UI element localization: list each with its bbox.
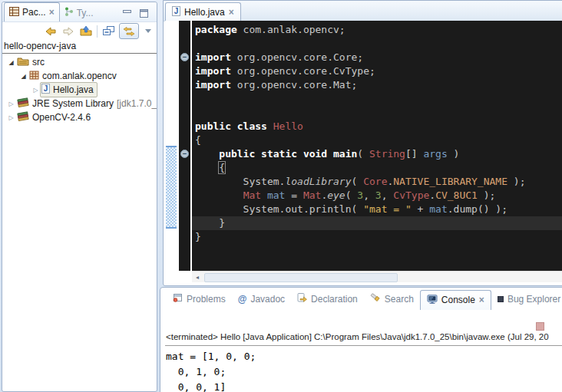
scroll-left-arrow-icon[interactable]	[192, 272, 203, 282]
code-line-14: System.out.println( "mat = " + mat.dump(…	[195, 203, 562, 216]
collapse-all-button[interactable]	[101, 25, 115, 38]
console-line: 0, 0, 1]	[166, 380, 256, 392]
tree-item-body[interactable]: JRE System Library [jdk1.7.0_25]	[15, 96, 157, 111]
tab-label: Console	[441, 295, 475, 305]
console-view-panel: ProblemsJavadocDeclarationSearchConsoleB…	[160, 287, 562, 392]
up-to-home-button[interactable]	[79, 25, 93, 38]
tab-search[interactable]: Search	[364, 290, 420, 308]
code-editor[interactable]: package com.anlak.opencv;import org.open…	[192, 21, 562, 271]
console-status-line: <terminated> Hello [Java Application] C:…	[166, 332, 562, 344]
tree-item-body[interactable]: src	[15, 54, 48, 70]
scrollbar-thumb[interactable]	[204, 273, 398, 282]
code-line-5: import org.opencv.core.Mat;	[195, 78, 562, 92]
package-explorer-toolbar	[2, 22, 157, 40]
type-hierarchy-icon	[64, 7, 74, 18]
tree-item-hello-java[interactable]: JHello.java	[2, 83, 157, 97]
editor-area: J Hello.java package com.anlak.opencv;im…	[163, 0, 562, 286]
fold-gutter	[179, 21, 190, 271]
package-explorer-icon	[9, 7, 19, 18]
fold-collapse-marker[interactable]	[180, 150, 189, 158]
code-line-6	[195, 92, 562, 106]
back-button[interactable]	[44, 25, 58, 38]
eclipse-window: Pac... Ty...	[0, 0, 562, 392]
tab-label: Declaration	[311, 294, 358, 305]
bottom-tabbar: ProblemsJavadocDeclarationSearchConsoleB…	[160, 288, 562, 309]
code-line-4: import org.opencv.core.CvType;	[195, 64, 562, 78]
console-icon	[427, 295, 438, 306]
tab-declaration[interactable]: Declaration	[291, 290, 364, 308]
tree-item-body[interactable]: OpenCV-2.4.6	[15, 110, 94, 125]
bug-icon	[498, 294, 504, 305]
tab-label: Problems	[187, 294, 226, 305]
tree-item-label: src	[32, 57, 45, 68]
package-tree-items: srccom.anlak.opencvJHello.javaJRE System…	[2, 55, 157, 124]
divider	[165, 345, 562, 346]
annotation-ruler	[165, 21, 179, 271]
code-line-9: {	[195, 133, 562, 147]
tree-item-opencv-2-4-6[interactable]: OpenCV-2.4.6	[2, 110, 157, 124]
tree-item-suffix: [jdk1.7.0_25]	[117, 98, 157, 109]
tree-item-label: Hello.java	[53, 84, 94, 95]
library-icon	[17, 111, 29, 124]
code-line-12: System.loadLibrary( Core.NATIVE_LIBRARY_…	[195, 175, 562, 189]
code-line-1: package com.anlak.opencv;	[195, 23, 562, 37]
terminate-button[interactable]	[536, 322, 544, 331]
editor-body: package com.anlak.opencv;import org.open…	[165, 21, 562, 271]
tab-label: Hello.java	[184, 7, 225, 18]
svg-text:J: J	[44, 84, 48, 93]
collapse-arrow-icon[interactable]	[7, 57, 15, 68]
tab-type-hierarchy[interactable]: Ty...	[60, 4, 98, 21]
tab-label: Javadoc	[250, 294, 285, 305]
expand-arrow-icon[interactable]	[31, 84, 40, 95]
problems-icon	[173, 293, 183, 305]
editor-tabbar: J Hello.java	[164, 1, 562, 21]
svg-text:J: J	[174, 7, 179, 15]
minimize-button[interactable]	[122, 7, 132, 15]
expand-arrow-icon[interactable]	[7, 98, 15, 109]
horizontal-scrollbar[interactable]	[192, 271, 562, 282]
range-indicator	[166, 146, 177, 229]
link-with-editor-button[interactable]	[119, 23, 139, 39]
tree-item-com-anlak-opencv[interactable]: com.anlak.opencv	[2, 69, 157, 83]
tree-item-body[interactable]: JHello.java	[40, 82, 98, 97]
expand-arrow-icon[interactable]	[7, 112, 15, 123]
console-line: 0, 1, 0;	[166, 364, 256, 380]
maximize-button[interactable]	[139, 7, 149, 15]
forward-button[interactable]	[61, 25, 75, 38]
view-menu-icon[interactable]	[145, 29, 151, 33]
tab-console[interactable]: Console	[420, 290, 491, 310]
close-icon[interactable]	[49, 7, 55, 18]
console-output[interactable]: mat = [1, 0, 0; 0, 1, 0; 0, 0, 1]	[166, 349, 256, 392]
code-line-8: public class Hello	[195, 120, 562, 133]
code-line-13: Mat mat = Mat.eye( 3, 3, CvType.CV_8UC1 …	[195, 189, 562, 203]
tab-hello-java[interactable]: J Hello.java	[165, 2, 241, 21]
tree-item-src[interactable]: src	[2, 55, 157, 69]
search-icon	[370, 293, 381, 305]
collapse-arrow-icon[interactable]	[19, 71, 28, 81]
tree-item-project-root[interactable]: hello-opencv-java	[2, 41, 157, 51]
declaration-icon	[297, 293, 307, 305]
code-line-15: }	[192, 216, 562, 230]
package-folder-icon	[17, 56, 29, 68]
tab-problems[interactable]: Problems	[167, 290, 232, 308]
close-icon[interactable]	[229, 7, 234, 18]
console-line: mat = [1, 0, 0;	[166, 349, 256, 364]
tree-item-label: com.anlak.opencv	[42, 71, 117, 81]
code-line-7	[195, 106, 562, 120]
tab-bug-explorer[interactable]: Bug Explorer	[491, 290, 562, 308]
tab-javadoc[interactable]: Javadoc	[232, 290, 291, 308]
tree-item-label: JRE System Library	[32, 98, 114, 109]
code-line-2	[195, 37, 562, 51]
tab-label: Ty...	[77, 8, 94, 18]
library-icon	[17, 97, 29, 110]
tab-package-explorer[interactable]: Pac...	[4, 2, 60, 21]
close-icon[interactable]	[479, 295, 484, 305]
package-tree: hello-opencv-java srccom.anlak.opencvJHe…	[2, 41, 157, 391]
tab-label: Bug Explorer	[507, 294, 560, 305]
package-explorer-panel: Pac... Ty...	[2, 2, 157, 392]
tree-item-body[interactable]: com.anlak.opencv	[28, 69, 121, 84]
tree-item-jre-system-library[interactable]: JRE System Library [jdk1.7.0_25]	[2, 97, 157, 110]
code-line-10: public static void main( String[] args )	[195, 147, 562, 161]
fold-collapse-marker[interactable]	[180, 53, 189, 61]
toolbar-separator	[97, 25, 98, 38]
